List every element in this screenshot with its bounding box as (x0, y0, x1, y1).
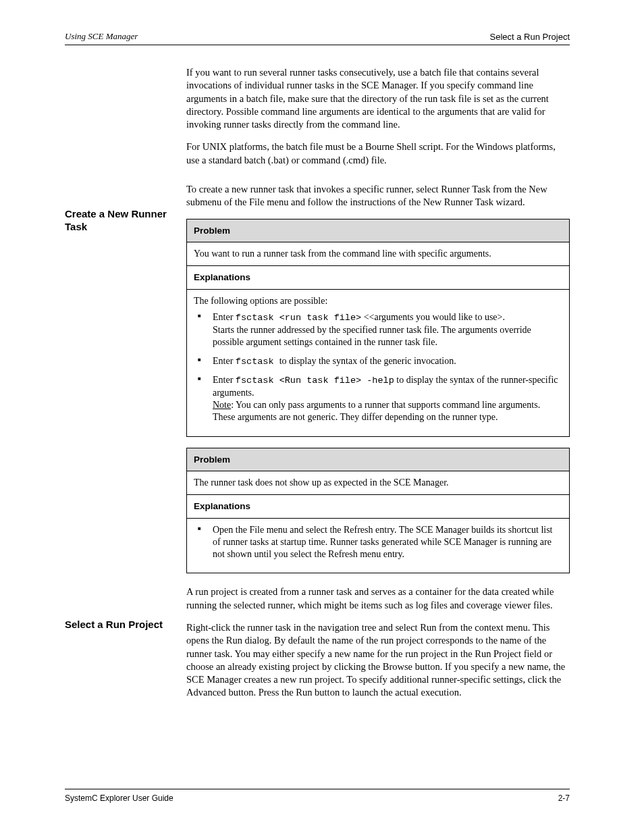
code-run: fsctask <Run task file> -help (236, 375, 394, 386)
problem-table-2: Problem The runner task does not show up… (186, 448, 570, 574)
list-item: Enter fsctask <Run task file> -help to d… (194, 374, 562, 423)
section-heading-select-run-project: Select a Run Project (65, 619, 178, 631)
problem-text: The runner task does not show up as expe… (187, 471, 570, 495)
table-header-problem: Problem (187, 219, 570, 242)
footer-left: SystemC Explorer User Guide (65, 793, 173, 803)
table-header-problem: Problem (187, 448, 570, 471)
text-run: to display the syntax of the generic inv… (279, 356, 456, 366)
footer-page-number: 2-7 (558, 793, 570, 803)
explanations-intro: The following options are possible: (194, 296, 327, 306)
list-item: Enter fsctask to display the syntax of t… (194, 355, 562, 368)
running-head-right: Select a Run Project (489, 32, 570, 42)
header-rule (65, 45, 570, 45)
note-text: : You can only pass arguments to a runne… (213, 400, 540, 422)
paragraph: Right-click the runner task in the navig… (186, 621, 570, 700)
explanations-cell: Open the File menu and select the Refres… (187, 518, 570, 573)
paragraph: If you want to run several runner tasks … (186, 66, 570, 131)
page-footer: SystemC Explorer User Guide 2-7 (65, 789, 570, 803)
text-run: Enter (213, 312, 236, 322)
table-header-explanations: Explanations (187, 266, 570, 290)
text-run: Enter (213, 375, 236, 385)
text-run: <<arguments you would like to use>. (361, 312, 505, 322)
note-label: Note (213, 400, 231, 410)
section-heading-create-runner-task: Create a New Runner Task (65, 208, 178, 234)
problem-table-1: Problem You want to run a runner task fr… (186, 219, 570, 437)
list-item: Open the File menu and select the Refres… (194, 524, 562, 561)
code-run: fsctask <run task file> (236, 313, 361, 323)
text-run: Enter (213, 356, 236, 366)
paragraph: A run project is created from a runner t… (186, 585, 570, 612)
table-header-explanations: Explanations (187, 495, 570, 519)
text-run: Starts the runner addressed by the speci… (213, 325, 531, 347)
paragraph: To create a new runner task that invokes… (186, 183, 570, 209)
problem-text: You want to run a runner task from the c… (187, 242, 570, 266)
body-column: If you want to run several runner tasks … (186, 68, 570, 709)
running-head-left: Using SCE Manager (65, 31, 138, 42)
code-run: fsctask (236, 357, 279, 367)
paragraph: For UNIX platforms, the batch file must … (186, 140, 570, 167)
list-item: Enter fsctask <run task file> <<argument… (194, 311, 562, 348)
explanations-cell: The following options are possible: Ente… (187, 289, 570, 436)
